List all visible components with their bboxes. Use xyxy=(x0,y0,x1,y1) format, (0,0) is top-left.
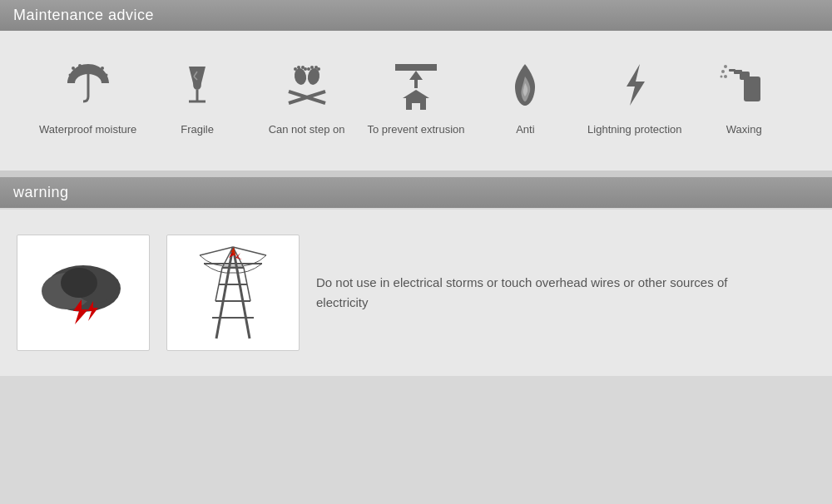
icon-item-lightning: Lightning protection xyxy=(585,56,685,137)
maintenance-header: Maintenance advice xyxy=(0,0,832,31)
svg-point-4 xyxy=(101,67,104,70)
svg-point-17 xyxy=(310,66,314,69)
svg-rect-31 xyxy=(729,69,735,72)
icon-item-waxing: Waxing xyxy=(694,56,794,137)
icons-row: Waterproof moisture Fragile xyxy=(17,56,815,137)
svg-line-51 xyxy=(244,268,247,284)
svg-point-13 xyxy=(297,66,300,69)
svg-rect-28 xyxy=(744,77,760,101)
svg-point-5 xyxy=(105,74,107,77)
waxing-label: Waxing xyxy=(726,122,762,137)
svg-point-2 xyxy=(78,64,82,67)
power-tower-svg xyxy=(179,243,287,343)
no-extrusion-label: To prevent extrusion xyxy=(367,122,464,137)
svg-rect-22 xyxy=(395,64,437,71)
no-extrusion-icon xyxy=(391,60,441,110)
svg-line-52 xyxy=(215,284,219,301)
section-divider xyxy=(0,170,832,177)
lightning-icon-wrapper xyxy=(606,56,664,114)
no-step-label: Can not step on xyxy=(269,122,345,137)
svg-point-15 xyxy=(304,67,307,71)
fragile-icon-wrapper xyxy=(168,56,226,114)
lightning-prot-icon xyxy=(610,60,660,110)
svg-line-50 xyxy=(219,268,222,284)
anti-label: Anti xyxy=(516,122,534,137)
warning-text: Do not use in electrical storms or touch… xyxy=(316,273,732,313)
svg-point-33 xyxy=(721,70,725,73)
icon-item-no-extrusion: To prevent extrusion xyxy=(366,56,466,137)
warning-section: Do not use in electrical storms or touch… xyxy=(0,210,832,376)
icon-item-no-step: Can not step on xyxy=(257,56,357,137)
svg-marker-23 xyxy=(409,71,423,88)
icon-item-anti: Anti xyxy=(475,56,575,137)
icon-item-fragile: Fragile xyxy=(147,56,247,137)
svg-point-16 xyxy=(307,67,310,71)
svg-point-32 xyxy=(724,65,727,68)
waxing-icon-wrapper xyxy=(715,56,773,114)
lightning-label: Lightning protection xyxy=(587,122,681,137)
waterproof-label: Waterproof moisture xyxy=(39,122,136,137)
fragile-label: Fragile xyxy=(181,122,214,137)
svg-line-42 xyxy=(216,247,233,338)
warning-header: warning xyxy=(0,177,832,208)
svg-point-12 xyxy=(294,67,297,71)
fragile-icon xyxy=(172,60,222,110)
svg-line-55 xyxy=(200,247,233,255)
storm-cloud-image xyxy=(17,235,150,351)
svg-marker-27 xyxy=(626,64,645,106)
waterproof-icon xyxy=(63,60,113,110)
svg-line-56 xyxy=(233,247,266,255)
svg-point-1 xyxy=(72,67,75,70)
svg-point-3 xyxy=(68,74,71,77)
icon-item-waterproof: Waterproof moisture xyxy=(38,56,138,137)
maintenance-section: Waterproof moisture Fragile xyxy=(0,31,832,170)
svg-point-34 xyxy=(724,75,727,78)
no-step-icon xyxy=(282,60,332,110)
storm-cloud-svg xyxy=(33,251,133,334)
waxing-icon xyxy=(719,60,769,110)
svg-line-43 xyxy=(233,247,250,338)
no-extrusion-icon-wrapper xyxy=(387,56,445,114)
svg-line-53 xyxy=(247,284,250,301)
waterproof-icon-wrapper xyxy=(59,56,117,114)
svg-point-39 xyxy=(61,268,97,298)
warning-content: Do not use in electrical storms or touch… xyxy=(0,210,832,376)
anti-icon-wrapper xyxy=(496,56,554,114)
anti-icon xyxy=(500,60,550,110)
power-tower-image xyxy=(166,235,300,351)
svg-point-19 xyxy=(317,67,320,71)
no-step-icon-wrapper xyxy=(278,56,336,114)
svg-point-35 xyxy=(721,76,723,78)
svg-marker-24 xyxy=(403,90,429,98)
svg-rect-26 xyxy=(412,103,420,110)
